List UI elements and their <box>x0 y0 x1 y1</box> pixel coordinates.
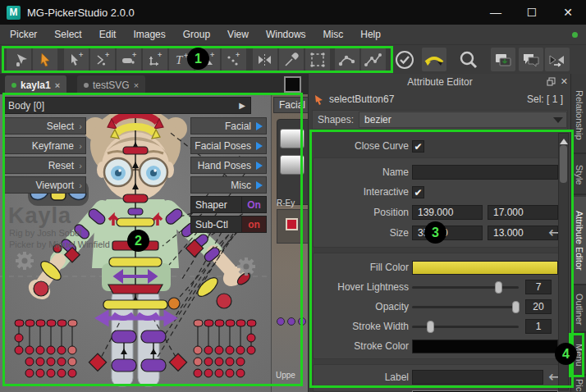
tab-testsvg[interactable]: testSVG × <box>77 75 145 94</box>
flip-mirror-icon[interactable] <box>545 48 570 71</box>
facial-panel-header[interactable]: Facial <box>273 97 308 113</box>
minimize-button[interactable]: — <box>478 0 514 25</box>
opacity-slider[interactable] <box>412 299 519 314</box>
hover-lightness-value[interactable]: 7 <box>525 280 552 294</box>
facial-gradient-button[interactable] <box>280 155 304 175</box>
add-command-button-icon[interactable]: + <box>90 48 115 71</box>
misc-button[interactable]: Misc <box>190 176 267 194</box>
subctl-state[interactable]: on <box>242 216 267 233</box>
mirror-tool-icon[interactable] <box>253 48 277 71</box>
tab-attribute-editor[interactable]: Attribute Editor <box>571 197 586 285</box>
menu-bar: Picker Select Edit Images Group View Win… <box>0 25 586 45</box>
menu-picker[interactable]: Picker <box>10 29 37 40</box>
gear-icon-right[interactable] <box>237 258 255 276</box>
maximize-button[interactable]: ☐ <box>514 0 550 25</box>
fill-color-swatch[interactable] <box>412 261 558 275</box>
undo-curve-icon[interactable] <box>422 48 446 71</box>
shaper-toggle[interactable]: Shaper On <box>190 196 267 213</box>
stroke-width-value[interactable]: 1 <box>525 319 552 334</box>
polyline-curve-icon[interactable] <box>361 48 386 71</box>
tab-outliner[interactable]: Outliner <box>571 287 586 333</box>
tab-close-icon[interactable]: × <box>134 80 139 90</box>
annotation-badge-2: 2 <box>127 230 149 252</box>
stroke-width-slider[interactable] <box>412 319 519 334</box>
hover-lightness-slider[interactable] <box>412 280 519 294</box>
tab-kayla1[interactable]: kayla1 × <box>5 75 66 94</box>
attribute-form: Close Curve ✔ Name Interactive ✔ Positio… <box>310 131 570 392</box>
keyframe-menu-button[interactable]: Keyframe <box>4 137 86 154</box>
facial-poses-button[interactable]: Facial Poses <box>190 137 267 154</box>
eye-picker-button[interactable] <box>286 218 298 230</box>
tab-inactive-dot <box>84 83 89 88</box>
body-group-header[interactable]: Body [0] ▶ <box>2 97 251 114</box>
play-icon <box>256 122 263 130</box>
viewport-menu-button[interactable]: Viewport <box>4 176 86 194</box>
close-curve-checkbox[interactable]: ✔ <box>412 140 424 153</box>
menu-windows[interactable]: Windows <box>266 29 306 40</box>
label-input[interactable] <box>412 370 543 385</box>
float-panel-icon[interactable] <box>547 77 556 86</box>
name-input[interactable] <box>412 165 558 180</box>
chevron-down-icon <box>553 117 563 123</box>
add-pose-button-icon[interactable]: + <box>143 48 167 71</box>
lip-picker-dot[interactable] <box>277 317 285 326</box>
lip-picker-dot[interactable] <box>298 317 306 326</box>
opacity-value[interactable]: 20 <box>525 299 552 314</box>
menu-select[interactable]: Select <box>54 29 81 40</box>
svg-text:T: T <box>176 53 184 66</box>
position-label: Position <box>310 207 409 218</box>
fill-color-label: Fill Color <box>310 262 409 273</box>
reset-menu-button[interactable]: Reset <box>4 157 86 174</box>
background-color-swatch[interactable] <box>284 76 301 93</box>
tab-style[interactable]: Style <box>571 156 586 195</box>
hand-poses-button[interactable]: Hand Poses <box>190 157 267 174</box>
menu-edit[interactable]: Edit <box>99 29 117 40</box>
stroke-color-swatch[interactable] <box>412 340 558 353</box>
interactive-checkbox[interactable]: ✔ <box>412 186 424 198</box>
eyedropper-icon[interactable] <box>279 48 304 71</box>
subctl-toggle[interactable]: Sub-Ctl on <box>190 216 267 233</box>
menu-images[interactable]: Images <box>133 29 165 40</box>
name-label: Name <box>310 166 409 178</box>
apply-check-icon[interactable] <box>392 48 417 71</box>
tab-picker-cut[interactable]: Pic <box>571 379 586 392</box>
stroke-width-label: Stroke Width <box>310 321 409 332</box>
tab-relationship[interactable]: Relationship <box>571 77 586 154</box>
scroll-thumb[interactable] <box>560 145 567 183</box>
facial-button[interactable]: Facial <box>190 117 267 134</box>
curve-tool-icon[interactable] <box>335 48 359 71</box>
menu-view[interactable]: View <box>227 29 249 40</box>
shapes-dropdown[interactable]: bezier <box>359 112 567 128</box>
shaper-state[interactable]: On <box>242 196 267 213</box>
tab-active-dot <box>11 83 16 88</box>
marquee-select-icon[interactable] <box>305 48 330 71</box>
close-button[interactable]: ✕ <box>550 0 586 25</box>
menu-group[interactable]: Group <box>183 29 210 40</box>
svg-text:+: + <box>210 51 214 59</box>
select-menu-button[interactable]: Select <box>4 117 86 134</box>
tab-close-icon[interactable]: × <box>55 80 60 90</box>
app-logo-icon: M <box>7 6 21 20</box>
size-width-input[interactable]: 35.000 <box>412 226 483 240</box>
facial-panel-partial[interactable]: Facial R-Ey Uppe <box>271 94 308 392</box>
add-slider-button-icon[interactable]: + <box>117 48 141 71</box>
svg-text:+: + <box>132 51 136 59</box>
menu-misc[interactable]: Misc <box>323 29 344 40</box>
search-icon[interactable] <box>456 48 481 71</box>
export-image-icon[interactable] <box>491 48 515 71</box>
hand-tool-icon[interactable] <box>7 48 31 71</box>
select-cursor-icon[interactable] <box>33 48 57 71</box>
menu-help[interactable]: Help <box>360 29 381 40</box>
facial-gradient-button[interactable] <box>280 129 304 148</box>
position-x-input[interactable]: 139.000 <box>412 205 483 220</box>
expand-arrow-icon[interactable]: ▶ <box>239 101 245 110</box>
node-cursor-icon <box>314 93 325 105</box>
comment-bubble-icon[interactable] <box>519 48 543 71</box>
gear-icon-left[interactable] <box>16 252 34 270</box>
position-y-input[interactable]: 17.000 <box>488 205 558 220</box>
add-points-button-icon[interactable]: + <box>222 48 246 71</box>
add-select-button-icon[interactable]: + <box>64 48 89 71</box>
close-panel-icon[interactable]: ✕ <box>561 76 568 87</box>
scroll-up-icon[interactable] <box>560 136 568 144</box>
lip-picker-dot[interactable] <box>287 317 295 326</box>
